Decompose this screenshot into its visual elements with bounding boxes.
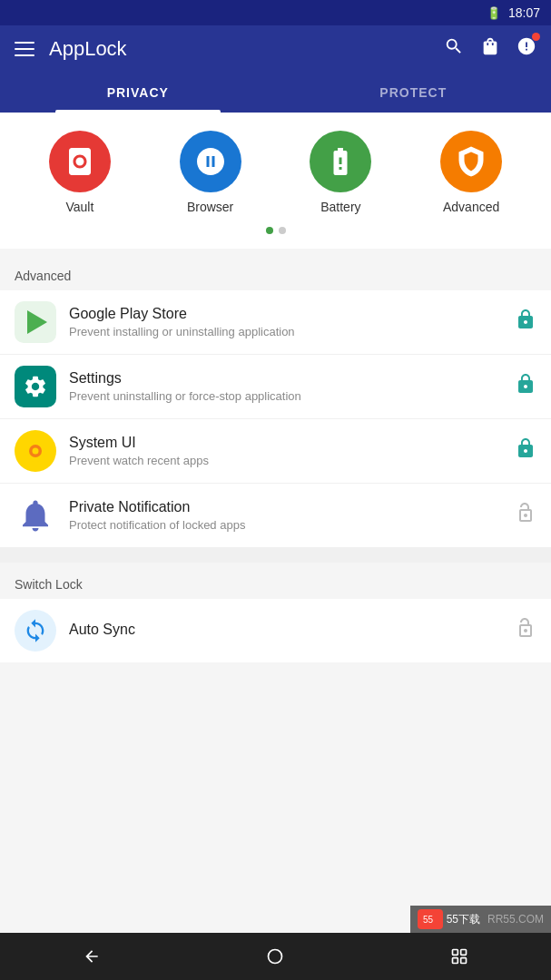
google-play-lock[interactable] bbox=[515, 309, 536, 336]
advanced-icon bbox=[440, 131, 502, 192]
header-actions bbox=[444, 36, 536, 62]
svg-rect-7 bbox=[460, 950, 466, 956]
page-dots bbox=[15, 227, 536, 234]
battery-label: Battery bbox=[320, 200, 360, 214]
search-button[interactable] bbox=[444, 36, 464, 62]
private-notification-name: Private Notification bbox=[69, 499, 502, 515]
menu-button[interactable] bbox=[15, 42, 34, 56]
private-notification-lock[interactable] bbox=[515, 502, 536, 529]
header-left: AppLock bbox=[15, 37, 127, 61]
private-notification-text: Private Notification Protect notificatio… bbox=[69, 499, 502, 532]
google-play-name: Google Play Store bbox=[69, 306, 502, 322]
battery-icon: 🔋 bbox=[487, 6, 501, 20]
google-play-text: Google Play Store Prevent installing or … bbox=[69, 306, 502, 338]
browser-icon bbox=[180, 131, 241, 192]
svg-text:55: 55 bbox=[423, 915, 434, 925]
shop-button[interactable] bbox=[480, 36, 500, 62]
bottom-nav bbox=[0, 933, 551, 980]
watermark-site: 55下载 bbox=[447, 912, 480, 927]
card-vault[interactable]: Vault bbox=[34, 131, 125, 214]
back-button[interactable] bbox=[64, 933, 119, 980]
app-item-google-play[interactable]: Google Play Store Prevent installing or … bbox=[0, 290, 551, 355]
settings-desc: Prevent uninstalling or force-stop appli… bbox=[69, 389, 502, 403]
vault-icon bbox=[49, 131, 111, 192]
cards-row: Vault Browser Battery bbox=[15, 131, 536, 214]
system-ui-text: System UI Prevent watch recent apps bbox=[69, 435, 502, 467]
auto-sync-text: Auto Sync bbox=[69, 622, 502, 641]
dot-2 bbox=[279, 227, 286, 234]
home-button[interactable] bbox=[248, 933, 302, 980]
app-header: AppLock bbox=[0, 25, 551, 73]
advanced-label: Advanced bbox=[443, 200, 499, 214]
tab-protect[interactable]: PROTECT bbox=[276, 73, 552, 113]
tab-privacy[interactable]: PRIVACY bbox=[0, 73, 276, 113]
private-notification-icon bbox=[15, 495, 56, 536]
section-divider bbox=[0, 548, 551, 555]
google-play-icon bbox=[15, 301, 56, 343]
vault-label: Vault bbox=[65, 200, 93, 214]
svg-rect-8 bbox=[460, 958, 466, 964]
status-bar: 🔋 18:07 bbox=[0, 0, 551, 25]
feature-cards: Vault Browser Battery bbox=[0, 113, 551, 249]
watermark-url: RR55.COM bbox=[487, 913, 544, 926]
recents-button[interactable] bbox=[432, 933, 487, 980]
app-title: AppLock bbox=[49, 37, 127, 61]
auto-sync-lock[interactable] bbox=[515, 617, 536, 644]
browser-label: Browser bbox=[187, 200, 233, 214]
auto-sync-name: Auto Sync bbox=[69, 622, 502, 638]
settings-lock[interactable] bbox=[515, 373, 536, 400]
notification-button[interactable] bbox=[517, 36, 536, 62]
svg-rect-6 bbox=[452, 958, 458, 964]
app-item-auto-sync[interactable]: Auto Sync bbox=[0, 599, 551, 662]
system-ui-name: System UI bbox=[69, 435, 502, 451]
dot-1 bbox=[266, 227, 273, 234]
system-ui-lock[interactable] bbox=[515, 437, 536, 465]
svg-point-2 bbox=[33, 448, 39, 455]
watermark-icon: 55 bbox=[418, 909, 443, 929]
auto-sync-icon bbox=[15, 610, 56, 652]
system-ui-icon bbox=[15, 430, 56, 472]
card-battery[interactable]: Battery bbox=[295, 131, 386, 214]
card-browser[interactable]: Browser bbox=[165, 131, 256, 214]
svg-rect-5 bbox=[452, 950, 458, 956]
private-notification-desc: Protect notification of locked apps bbox=[69, 518, 502, 532]
advanced-section-header: Advanced bbox=[0, 256, 551, 290]
advanced-app-list: Google Play Store Prevent installing or … bbox=[0, 290, 551, 548]
system-ui-desc: Prevent watch recent apps bbox=[69, 454, 502, 467]
settings-name: Settings bbox=[69, 370, 502, 387]
status-time: 18:07 bbox=[508, 5, 540, 20]
notification-badge bbox=[532, 33, 540, 41]
switch-lock-header: Switch Lock bbox=[0, 555, 551, 599]
card-advanced[interactable]: Advanced bbox=[426, 131, 517, 214]
tab-bar: PRIVACY PROTECT bbox=[0, 73, 551, 113]
settings-app-text: Settings Prevent uninstalling or force-s… bbox=[69, 370, 502, 403]
app-item-system-ui[interactable]: System UI Prevent watch recent apps bbox=[0, 419, 551, 484]
battery-card-icon bbox=[310, 131, 371, 192]
svg-point-4 bbox=[269, 950, 282, 964]
settings-app-icon bbox=[15, 366, 56, 407]
app-item-private-notification[interactable]: Private Notification Protect notificatio… bbox=[0, 484, 551, 548]
watermark: 55 55下载 RR55.COM bbox=[410, 906, 551, 933]
app-item-settings[interactable]: Settings Prevent uninstalling or force-s… bbox=[0, 355, 551, 419]
google-play-desc: Prevent installing or uninstalling appli… bbox=[69, 325, 502, 338]
